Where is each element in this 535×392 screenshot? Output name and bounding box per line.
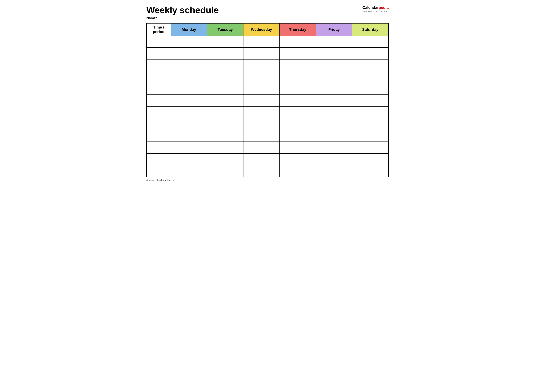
schedule-cell[interactable] [207, 95, 243, 106]
schedule-cell[interactable] [171, 83, 207, 95]
schedule-cell[interactable] [207, 118, 243, 130]
schedule-cell[interactable] [207, 142, 243, 154]
schedule-cell[interactable] [280, 83, 316, 95]
time-cell[interactable] [146, 95, 171, 106]
table-row [146, 154, 389, 165]
schedule-cell[interactable] [207, 83, 243, 95]
logo-container: Calendarpedia Your source for calendars [362, 5, 389, 13]
schedule-cell[interactable] [207, 47, 243, 59]
logo-text: Calendarpedia [362, 5, 389, 10]
schedule-cell[interactable] [207, 59, 243, 71]
schedule-cell[interactable] [243, 106, 280, 118]
schedule-cell[interactable] [316, 47, 352, 59]
table-row [146, 106, 389, 118]
schedule-cell[interactable] [207, 106, 243, 118]
schedule-cell[interactable] [243, 130, 280, 142]
table-header-row: Time / period Monday Tuesday Wednesday T… [146, 23, 389, 36]
schedule-table: Time / period Monday Tuesday Wednesday T… [146, 23, 389, 177]
schedule-cell[interactable] [243, 36, 280, 47]
schedule-cell[interactable] [280, 95, 316, 106]
col-header-time: Time / period [146, 23, 171, 36]
schedule-cell[interactable] [171, 106, 207, 118]
header-row: Weekly schedule Calendarpedia Your sourc… [146, 5, 389, 15]
schedule-cell[interactable] [352, 59, 389, 71]
table-row [146, 83, 389, 95]
schedule-cell[interactable] [280, 106, 316, 118]
table-row [146, 118, 389, 130]
time-cell[interactable] [146, 142, 171, 154]
schedule-cell[interactable] [207, 154, 243, 165]
schedule-cell[interactable] [243, 47, 280, 59]
schedule-cell[interactable] [171, 95, 207, 106]
schedule-cell[interactable] [352, 130, 389, 142]
schedule-cell[interactable] [243, 83, 280, 95]
schedule-cell[interactable] [316, 106, 352, 118]
schedule-cell[interactable] [316, 59, 352, 71]
schedule-cell[interactable] [352, 142, 389, 154]
schedule-cell[interactable] [171, 165, 207, 177]
schedule-cell[interactable] [316, 142, 352, 154]
schedule-cell[interactable] [280, 118, 316, 130]
schedule-cell[interactable] [352, 36, 389, 47]
schedule-cell[interactable] [316, 71, 352, 83]
schedule-cell[interactable] [207, 71, 243, 83]
schedule-cell[interactable] [352, 95, 389, 106]
schedule-cell[interactable] [316, 165, 352, 177]
time-cell[interactable] [146, 71, 171, 83]
schedule-cell[interactable] [171, 142, 207, 154]
page-wrapper: Weekly schedule Calendarpedia Your sourc… [146, 5, 389, 182]
time-cell[interactable] [146, 83, 171, 95]
schedule-cell[interactable] [207, 130, 243, 142]
time-cell[interactable] [146, 130, 171, 142]
table-row [146, 130, 389, 142]
schedule-cell[interactable] [352, 83, 389, 95]
schedule-cell[interactable] [352, 154, 389, 165]
schedule-cell[interactable] [316, 95, 352, 106]
time-cell[interactable] [146, 165, 171, 177]
col-header-tuesday: Tuesday [207, 23, 243, 36]
schedule-cell[interactable] [207, 165, 243, 177]
time-cell[interactable] [146, 154, 171, 165]
schedule-cell[interactable] [280, 59, 316, 71]
schedule-cell[interactable] [171, 118, 207, 130]
schedule-cell[interactable] [316, 36, 352, 47]
schedule-cell[interactable] [316, 130, 352, 142]
schedule-cell[interactable] [171, 47, 207, 59]
schedule-cell[interactable] [243, 71, 280, 83]
schedule-cell[interactable] [280, 36, 316, 47]
time-cell[interactable] [146, 47, 171, 59]
schedule-cell[interactable] [243, 95, 280, 106]
schedule-cell[interactable] [280, 71, 316, 83]
schedule-cell[interactable] [280, 130, 316, 142]
col-header-monday: Monday [171, 23, 207, 36]
schedule-cell[interactable] [280, 47, 316, 59]
schedule-cell[interactable] [316, 154, 352, 165]
schedule-cell[interactable] [280, 142, 316, 154]
schedule-cell[interactable] [243, 142, 280, 154]
logo-pedia: pedia [379, 5, 389, 10]
schedule-cell[interactable] [352, 165, 389, 177]
schedule-cell[interactable] [316, 118, 352, 130]
schedule-cell[interactable] [171, 71, 207, 83]
schedule-cell[interactable] [316, 83, 352, 95]
schedule-cell[interactable] [352, 118, 389, 130]
time-cell[interactable] [146, 59, 171, 71]
schedule-cell[interactable] [352, 47, 389, 59]
schedule-cell[interactable] [352, 106, 389, 118]
schedule-cell[interactable] [207, 36, 243, 47]
schedule-cell[interactable] [171, 59, 207, 71]
schedule-cell[interactable] [243, 59, 280, 71]
table-row [146, 142, 389, 154]
schedule-cell[interactable] [352, 71, 389, 83]
schedule-cell[interactable] [280, 165, 316, 177]
schedule-cell[interactable] [171, 36, 207, 47]
schedule-cell[interactable] [243, 118, 280, 130]
schedule-cell[interactable] [243, 165, 280, 177]
schedule-cell[interactable] [171, 154, 207, 165]
time-cell[interactable] [146, 118, 171, 130]
schedule-cell[interactable] [243, 154, 280, 165]
schedule-cell[interactable] [280, 154, 316, 165]
time-cell[interactable] [146, 106, 171, 118]
schedule-cell[interactable] [171, 130, 207, 142]
time-cell[interactable] [146, 36, 171, 47]
